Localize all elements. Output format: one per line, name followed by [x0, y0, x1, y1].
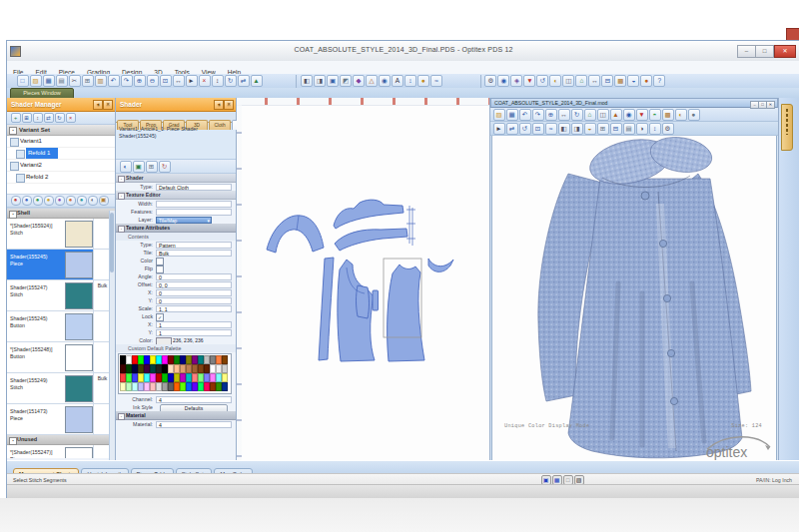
text-tool-icon[interactable]: A	[392, 75, 403, 87]
palette-color[interactable]	[222, 355, 228, 364]
property-value-field[interactable]: 4	[156, 396, 232, 403]
shadow-3d-icon[interactable]: ◑	[636, 123, 648, 135]
pattern-piece-back-panel[interactable]	[388, 265, 424, 361]
tree-row-variant1[interactable]: Variant1	[7, 136, 115, 148]
tree-row-label[interactable]: Refold 2	[26, 172, 48, 183]
pin-icon[interactable]: ▼	[523, 75, 535, 87]
refresh-icon[interactable]: ↻	[55, 113, 65, 123]
pattern-piece-sleeve-lower[interactable]	[335, 229, 407, 251]
shader-ball-yellow-icon[interactable]: ●	[44, 196, 54, 206]
tree-row-refold1-selected[interactable]: Refold 1	[7, 148, 115, 160]
shader-row[interactable]: Shader(155247)StitchBulk	[7, 280, 115, 311]
snapshot-icon[interactable]: ●	[688, 109, 700, 121]
3d-viewport[interactable]: Unique Color Display Mode Size: 124 opti…	[491, 136, 777, 463]
zoom-3d-icon[interactable]: ⊕	[545, 109, 557, 121]
orbit-icon[interactable]: ↻	[571, 109, 583, 121]
property-value-field[interactable]: Bulk	[156, 250, 232, 257]
shader-row[interactable]: *[Shader(155247)]Piece	[7, 445, 115, 458]
reset-shader-icon[interactable]: ↻	[159, 161, 171, 173]
grade-icon[interactable]: ▲	[251, 75, 263, 87]
property-value-field[interactable]: 0	[156, 289, 232, 296]
light-icon[interactable]: ◐	[549, 75, 561, 87]
home-view-icon[interactable]: ⌂	[584, 109, 596, 121]
shader-swatch[interactable]	[65, 282, 93, 309]
tree-row-refold2[interactable]: Refold 2	[7, 172, 115, 184]
pin-3d-icon[interactable]: ▼	[636, 109, 648, 121]
shader-swatch[interactable]	[65, 221, 93, 248]
light-3d-icon[interactable]: ◐	[675, 109, 687, 121]
zoom-out-icon[interactable]: ⊖	[147, 75, 159, 87]
coat-button-3[interactable]	[663, 294, 670, 301]
scroll-thumb[interactable]	[110, 213, 114, 272]
palette-color[interactable]	[222, 364, 228, 373]
shader-swatch[interactable]	[65, 406, 93, 433]
coat-3d-model[interactable]	[530, 136, 775, 463]
shader-list-scrollbar[interactable]	[109, 211, 115, 460]
link-variant-icon[interactable]: ⇄	[44, 113, 54, 123]
shader-ball-teal-icon[interactable]: ●	[77, 196, 87, 206]
undo-icon[interactable]: ↶	[108, 75, 120, 87]
property-value-field[interactable]: 0, 0	[156, 281, 232, 288]
dropdown-layer-[interactable]: Tile/Map	[156, 217, 212, 224]
delete-variant-icon[interactable]: ×	[66, 113, 76, 123]
collapse-box-icon[interactable]: -	[118, 193, 125, 200]
measure-icon[interactable]: ↕	[212, 75, 224, 87]
shader-row[interactable]: *[Shader(155248)]Button	[7, 342, 115, 373]
close-button[interactable]: ✕	[774, 45, 796, 58]
copy-icon[interactable]: ⊞	[82, 75, 94, 87]
undo-3d-icon[interactable]: ↶	[519, 109, 531, 121]
measure-3d-icon[interactable]: ↔	[588, 75, 600, 87]
scale-piece-icon[interactable]: ⊡	[532, 123, 544, 135]
shader-swatch[interactable]	[65, 375, 93, 402]
coat-button-5[interactable]	[670, 397, 677, 404]
layers-icon[interactable]: ⊟	[601, 75, 613, 87]
dart-icon[interactable]: ◆	[353, 75, 365, 87]
fold-3d-icon[interactable]: ◨	[571, 123, 583, 135]
shader-swatch[interactable]	[65, 313, 93, 340]
save-icon[interactable]: ▦	[43, 75, 55, 87]
property-value-field[interactable]: 1	[156, 329, 232, 336]
coat-button-4[interactable]	[667, 349, 674, 356]
cloth-sim-icon[interactable]: ◉	[623, 109, 635, 121]
variant-set-header[interactable]: - Variant Set	[7, 125, 115, 136]
collapse-box-icon[interactable]: -	[118, 226, 125, 233]
shader-ball-red-icon[interactable]: ●	[11, 196, 21, 206]
tree-row-label[interactable]: Refold 1	[26, 148, 58, 159]
shader-ball-purple-icon[interactable]: ●	[55, 196, 65, 206]
save-3d-icon[interactable]: ▦	[506, 109, 518, 121]
colorways-icon[interactable]: ◒	[627, 75, 639, 87]
cut-icon[interactable]: ✂	[69, 75, 81, 87]
pattern-piece-tab[interactable]	[373, 290, 379, 310]
drill-icon[interactable]: ◉	[379, 75, 391, 87]
property-value-field[interactable]: 4	[156, 421, 232, 428]
shader-swatch[interactable]	[65, 344, 93, 371]
notch-icon[interactable]: △	[366, 75, 378, 87]
avatar-icon[interactable]: ⌂	[575, 75, 587, 87]
front-view-icon[interactable]: ◫	[597, 109, 609, 121]
copy-shader-icon[interactable]: ⊞	[146, 161, 158, 173]
delete-icon[interactable]: ×	[199, 75, 211, 87]
3d-window-titlebar[interactable]: COAT_ABSOLUTE_STYLE_2014_3D_Final.mod – …	[490, 98, 778, 108]
shader-swatch[interactable]	[65, 447, 93, 458]
pan-icon[interactable]: ↔	[173, 75, 185, 87]
fabric-icon[interactable]: ◈	[510, 75, 522, 87]
texture-icon[interactable]: ▩	[614, 75, 626, 87]
pattern-piece-collar-left[interactable]	[267, 216, 324, 253]
avatar-3d-icon[interactable]: ▲	[610, 109, 622, 121]
collapse-box-icon[interactable]: -	[118, 413, 125, 420]
settings-3d-icon[interactable]: ⚙	[662, 123, 674, 135]
shader-row[interactable]: Shader(151473)Piece	[7, 404, 115, 435]
walk-3d-icon[interactable]: ↕	[649, 123, 661, 135]
property-value-field[interactable]: 1, 1	[156, 305, 232, 312]
tree-row-variant2[interactable]: Variant2	[7, 160, 115, 172]
collapsed-panel-tab[interactable]	[781, 104, 793, 151]
pattern-piece-collar-right[interactable]	[428, 259, 453, 271]
apply-shader-icon[interactable]: ◐	[120, 161, 132, 173]
pan-3d-icon[interactable]: ↔	[558, 109, 570, 121]
rotate-piece-icon[interactable]: ↺	[519, 123, 531, 135]
redo-icon[interactable]: ↷	[121, 75, 133, 87]
new-icon[interactable]: □	[17, 75, 29, 87]
mirror-icon[interactable]: ⇄	[238, 75, 250, 87]
title-bar[interactable]: COAT_ABSOLUTE_STYLE_2014_3D_Final.PDS - …	[7, 41, 799, 62]
panel-close-button[interactable]: ✕	[224, 100, 234, 110]
